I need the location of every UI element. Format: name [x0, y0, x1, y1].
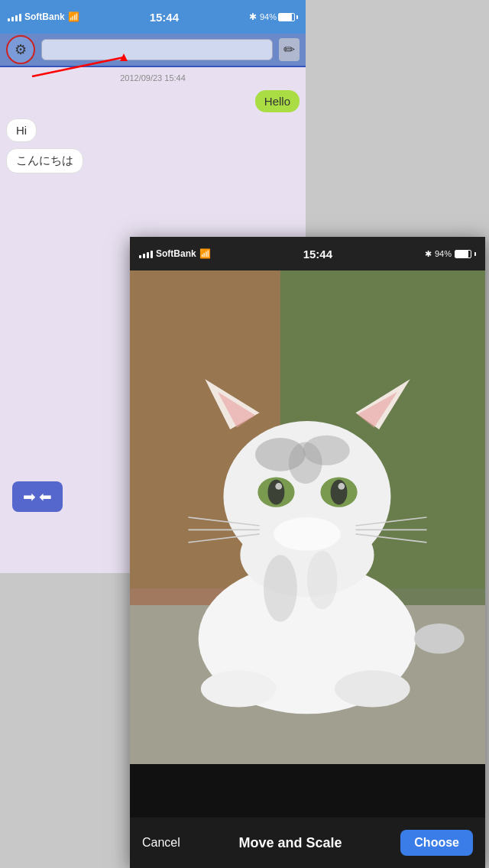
svg-point-8	[201, 670, 277, 707]
svg-point-25	[338, 483, 345, 490]
battery-fill-fg	[455, 251, 468, 257]
battery-pct-fg: 94%	[435, 249, 452, 258]
bottom-toolbar: Cancel Move and Scale Choose	[130, 818, 485, 868]
arrow-left-icon: ⬅	[39, 487, 52, 506]
cat-photo	[130, 270, 485, 764]
signal-bar-fg-4	[151, 251, 153, 258]
signal-bar-fg-1	[139, 255, 141, 258]
svg-point-21	[267, 480, 284, 505]
status-time-fg: 15:44	[303, 248, 332, 261]
nav-bar-bg: ⚙ ✏	[0, 34, 306, 67]
carrier-name-bg: SoftBank	[24, 11, 65, 22]
dark-strip	[130, 764, 485, 818]
carrier-fg: SoftBank 📶	[139, 248, 211, 259]
status-right-fg: ✱ 94%	[425, 249, 476, 259]
carrier-name-fg: SoftBank	[156, 248, 196, 259]
svg-point-15	[289, 442, 322, 484]
svg-point-34	[264, 555, 297, 622]
photo-area[interactable]	[130, 270, 485, 764]
compose-icon-bg[interactable]: ✏	[279, 38, 300, 61]
signal-bars-fg	[139, 249, 153, 258]
bubble-text-hi: Hi	[6, 118, 37, 142]
cancel-button[interactable]: Cancel	[142, 836, 180, 850]
photo-picker-screen: SoftBank 📶 15:44 ✱ 94%	[130, 237, 485, 868]
bluetooth-icon-fg: ✱	[425, 249, 432, 259]
signal-bar-fg-2	[143, 254, 145, 258]
battery-tip-fg	[474, 252, 476, 256]
signal-bar-fg-3	[147, 252, 149, 258]
svg-point-35	[307, 551, 337, 610]
status-bar-fg: SoftBank 📶 15:44 ✱ 94%	[130, 237, 485, 270]
svg-point-33	[274, 517, 341, 551]
svg-point-9	[335, 670, 410, 707]
chat-date: 2012/09/23 15:44	[6, 73, 300, 83]
wifi-icon-bg: 📶	[68, 11, 79, 22]
signal-bar-2	[11, 17, 14, 21]
arrow-right-icon: ➡	[23, 487, 36, 506]
status-right-bg: ✱ 94%	[249, 11, 298, 22]
bubble-text-konnichiwa: こんにちは	[6, 148, 83, 173]
svg-point-22	[275, 483, 282, 490]
bubble-hello: Hello	[6, 90, 300, 112]
signal-bars-bg	[8, 12, 21, 21]
svg-point-24	[331, 480, 348, 505]
signal-bar-3	[15, 15, 18, 21]
battery-body-bg	[278, 13, 295, 21]
battery-tip-bg	[296, 15, 298, 19]
bubble-hi: Hi	[6, 118, 300, 142]
status-time-bg: 15:44	[150, 11, 179, 24]
battery-fill-bg	[279, 14, 292, 21]
battery-body-fg	[455, 250, 471, 258]
battery-bg: 94%	[260, 12, 298, 21]
carrier-bg: SoftBank 📶	[8, 11, 79, 22]
bubble-konnichiwa: こんにちは	[6, 148, 300, 173]
scroll-arrows-button[interactable]: ➡ ⬅	[12, 481, 63, 512]
search-input-bg[interactable]	[41, 39, 273, 60]
settings-icon-bg: ⚙	[15, 41, 27, 58]
choose-button[interactable]: Choose	[400, 830, 473, 856]
status-bar-bg: SoftBank 📶 15:44 ✱ 94%	[0, 0, 306, 34]
move-and-scale-title: Move and Scale	[239, 835, 342, 851]
chat-content: 2012/09/23 15:44 Hello Hi こんにちは	[0, 67, 306, 186]
battery-pct-bg: 94%	[260, 12, 277, 21]
bluetooth-icon-bg: ✱	[249, 11, 257, 22]
wifi-icon-fg: 📶	[199, 248, 211, 259]
signal-bar-4	[19, 14, 21, 21]
bubble-text-hello: Hello	[255, 90, 300, 112]
svg-point-10	[414, 623, 465, 653]
signal-bar-1	[8, 18, 10, 21]
settings-button-bg[interactable]: ⚙	[6, 35, 35, 64]
